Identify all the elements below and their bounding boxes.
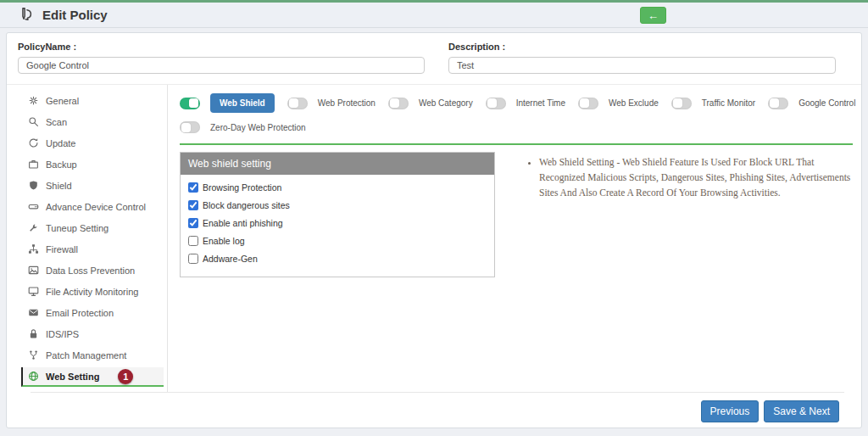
tab-label[interactable]: Internet Time bbox=[516, 98, 565, 108]
arrow-left-icon: ← bbox=[648, 10, 659, 21]
edit-policy-card: PolicyName : Description : General Scan … bbox=[6, 32, 862, 428]
tab-google-control[interactable]: Google Control bbox=[768, 98, 855, 109]
sidebar-item-label: File Activity Monitoring bbox=[46, 287, 138, 297]
checkbox-row: Block dangerous sites bbox=[188, 200, 487, 210]
briefcase-icon bbox=[28, 159, 39, 170]
sidebar-item-general[interactable]: General bbox=[21, 92, 164, 111]
tab-zero-day-web-protection[interactable]: Zero-Day Web Protection bbox=[180, 121, 306, 133]
sidebar-item-web-setting[interactable]: Web Setting 1 bbox=[21, 367, 164, 387]
sidebar-item-file-activity-monitoring[interactable]: File Activity Monitoring bbox=[21, 282, 164, 302]
back-button[interactable]: ← bbox=[640, 7, 666, 24]
sidebar-item-update[interactable]: Update bbox=[21, 134, 164, 154]
web-setting-content: Web Shield Web Protection Web Category I… bbox=[168, 85, 861, 392]
page-title: Edit Policy bbox=[42, 8, 108, 22]
lock-icon bbox=[28, 328, 39, 339]
search-icon bbox=[28, 116, 39, 127]
web-shield-setting-panel: Web shield setting Browsing Protection B… bbox=[180, 152, 495, 277]
web-category-toggle[interactable] bbox=[388, 98, 409, 109]
google-control-toggle[interactable] bbox=[768, 98, 788, 109]
checkbox-label[interactable]: Enable anti phishing bbox=[203, 218, 283, 228]
tab-web-category[interactable]: Web Category bbox=[388, 98, 473, 109]
web-exclude-toggle[interactable] bbox=[578, 98, 598, 109]
sidebar-item-data-loss-prevention[interactable]: Data Loss Prevention bbox=[21, 261, 164, 281]
save-next-button[interactable]: Save & Next bbox=[764, 400, 839, 422]
globe-icon bbox=[28, 371, 39, 382]
sidebar-item-label: Shield bbox=[46, 181, 72, 191]
sidebar-item-label: Backup bbox=[46, 159, 77, 170]
policy-name-input[interactable] bbox=[18, 57, 425, 74]
zero-day-web-protection-toggle[interactable] bbox=[180, 121, 200, 133]
refresh-icon bbox=[28, 137, 39, 148]
tab-traffic-monitor[interactable]: Traffic Monitor bbox=[671, 98, 755, 109]
addware-gen-checkbox[interactable] bbox=[188, 254, 198, 264]
sidebar: General Scan Update Backup Shield Advanc… bbox=[7, 85, 168, 392]
sidebar-item-advance-device-control[interactable]: Advance Device Control bbox=[21, 198, 164, 217]
checkbox-row: Addware-Gen bbox=[188, 254, 487, 264]
checkbox-row: Enable log bbox=[188, 236, 487, 246]
traffic-monitor-toggle[interactable] bbox=[671, 98, 692, 109]
sidebar-item-label: Advance Device Control bbox=[46, 202, 146, 212]
tab-underline bbox=[180, 143, 853, 145]
enable-anti-phishing-checkbox[interactable] bbox=[188, 218, 198, 228]
tab-label[interactable]: Traffic Monitor bbox=[702, 98, 755, 108]
sidebar-item-ids-ips[interactable]: IDS/IPS bbox=[21, 325, 164, 344]
sidebar-item-backup[interactable]: Backup bbox=[21, 155, 164, 175]
tab-label[interactable]: Web Shield bbox=[210, 93, 275, 113]
sidebar-item-label: General bbox=[46, 96, 79, 106]
shield-icon bbox=[28, 180, 39, 191]
image-icon bbox=[28, 265, 39, 276]
sidebar-item-patch-management[interactable]: Patch Management bbox=[21, 346, 164, 366]
description-input[interactable] bbox=[448, 57, 836, 74]
checkbox-label[interactable]: Block dangerous sites bbox=[203, 200, 290, 210]
sidebar-item-scan[interactable]: Scan bbox=[21, 113, 164, 132]
tab-web-protection[interactable]: Web Protection bbox=[287, 98, 376, 109]
sidebar-item-label: IDS/IPS bbox=[46, 329, 79, 339]
hdd-icon bbox=[28, 201, 39, 212]
envelope-icon bbox=[28, 307, 39, 318]
panel-title: Web shield setting bbox=[181, 153, 494, 175]
internet-time-toggle[interactable] bbox=[486, 98, 506, 109]
sidebar-item-firewall[interactable]: Firewall bbox=[21, 240, 164, 260]
policy-name-label: PolicyName : bbox=[18, 42, 425, 52]
feature-toggle-row-1: Web Shield Web Protection Web Category I… bbox=[180, 93, 853, 113]
sidebar-item-label: Tuneup Setting bbox=[46, 223, 108, 233]
block-dangerous-sites-checkbox[interactable] bbox=[188, 200, 198, 210]
checkbox-label[interactable]: Browsing Protection bbox=[203, 182, 281, 193]
tab-label[interactable]: Google Control bbox=[798, 98, 855, 108]
checkbox-label[interactable]: Enable log bbox=[203, 236, 245, 246]
tab-web-shield[interactable]: Web Shield bbox=[180, 93, 275, 113]
sidebar-item-label: Update bbox=[46, 138, 75, 148]
sidebar-item-shield[interactable]: Shield bbox=[21, 176, 164, 196]
policy-form: PolicyName : Description : bbox=[7, 33, 861, 85]
feature-toggle-row-2: Zero-Day Web Protection bbox=[180, 121, 853, 133]
tab-label[interactable]: Web Exclude bbox=[609, 98, 659, 108]
cogs-icon bbox=[28, 95, 39, 106]
previous-button[interactable]: Previous bbox=[701, 400, 760, 422]
sidebar-item-label: Data Loss Prevention bbox=[46, 266, 135, 276]
sitemap-icon bbox=[28, 243, 39, 254]
checkbox-row: Browsing Protection bbox=[188, 182, 487, 193]
tab-label[interactable]: Web Category bbox=[419, 98, 473, 108]
wrench-icon bbox=[28, 222, 39, 233]
feature-description-list: Web Shield Setting - Web Shield Feature … bbox=[539, 155, 853, 204]
tab-label[interactable]: Web Protection bbox=[318, 98, 376, 108]
web-protection-toggle[interactable] bbox=[287, 98, 308, 109]
web-shield-toggle[interactable] bbox=[180, 98, 200, 109]
sidebar-item-label: Email Protection bbox=[46, 308, 114, 318]
code-fork-icon bbox=[28, 349, 39, 361]
browsing-protection-checkbox[interactable] bbox=[188, 182, 198, 193]
sidebar-item-tuneup-setting[interactable]: Tuneup Setting bbox=[21, 219, 164, 238]
sidebar-item-label: Patch Management bbox=[46, 350, 126, 361]
checkbox-label[interactable]: Addware-Gen bbox=[203, 254, 258, 264]
checkbox-row: Enable anti phishing bbox=[188, 218, 487, 228]
sidebar-item-label: Scan bbox=[46, 117, 67, 127]
tab-label[interactable]: Zero-Day Web Protection bbox=[210, 123, 306, 132]
web-setting-count-badge: 1 bbox=[118, 369, 133, 384]
enable-log-checkbox[interactable] bbox=[188, 236, 198, 246]
sidebar-item-label: Web Setting bbox=[46, 372, 99, 382]
tab-internet-time[interactable]: Internet Time bbox=[486, 98, 565, 109]
tab-web-exclude[interactable]: Web Exclude bbox=[578, 98, 659, 109]
description-label: Description : bbox=[448, 42, 836, 52]
sidebar-item-email-protection[interactable]: Email Protection bbox=[21, 304, 164, 323]
top-bar: Edit Policy ← bbox=[0, 0, 868, 28]
